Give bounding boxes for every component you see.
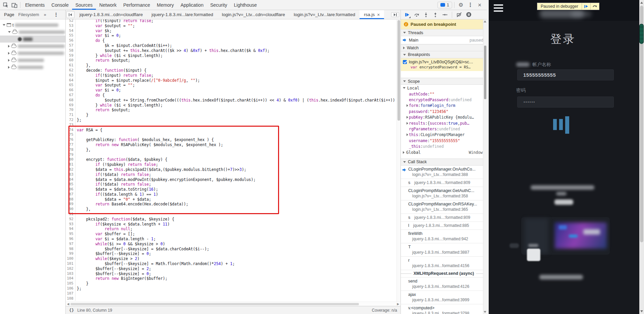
- caret-right-icon[interactable]: [407, 133, 408, 136]
- show-navigator-icon[interactable]: [66, 11, 74, 18]
- call-stack-frame[interactable]: ajaxjquery-1.8.3.mi...formatted:3999: [401, 291, 487, 304]
- page-resume-button[interactable]: [582, 3, 590, 10]
- line-number[interactable]: 71: [66, 113, 75, 118]
- line-number[interactable]: 70: [66, 108, 75, 113]
- frame-location[interactable]: jquery-1.8.3.mi...:formatted:809: [410, 180, 470, 185]
- line-number[interactable]: 88: [66, 197, 75, 202]
- caret-right-icon[interactable]: [407, 122, 408, 125]
- scope-property[interactable]: rgParameters: undefined: [401, 126, 487, 132]
- line-number[interactable]: 102: [66, 266, 75, 271]
- code-viewport[interactable]: 52 if(!$input) return false;53 var $outp…: [66, 19, 400, 302]
- editor-vertical-scrollbar[interactable]: [396, 19, 400, 302]
- scroll-right-icon[interactable]: ▶: [396, 302, 400, 306]
- file-tree-item[interactable]: [0, 43, 65, 50]
- more-tabs-icon[interactable]: [391, 12, 399, 17]
- caret-right-icon[interactable]: [8, 66, 10, 69]
- line-number[interactable]: 87: [66, 192, 75, 197]
- account-input[interactable]: 15555555555: [517, 69, 614, 80]
- resume-script-button[interactable]: [404, 11, 411, 18]
- thread-item[interactable]: Mainpaused: [401, 36, 487, 44]
- panel-tab-elements[interactable]: Elements: [22, 0, 48, 10]
- scope-property[interactable]: _this: undefined: [401, 144, 487, 149]
- line-number[interactable]: 89: [66, 202, 75, 207]
- line-number[interactable]: 104: [66, 276, 75, 281]
- line-number[interactable]: 97: [66, 242, 75, 247]
- file-tab[interactable]: jquery-1.8.3.mi...lare:formatted: [147, 10, 218, 19]
- scroll-down-icon[interactable]: [640, 310, 643, 312]
- deactivate-breakpoints-button[interactable]: [455, 11, 463, 18]
- scope-local-row[interactable]: Local: [401, 85, 487, 91]
- frame-location[interactable]: login.js?v=_Ltv...:formatted:388: [401, 172, 487, 177]
- panel-tab-memory[interactable]: Memory: [154, 0, 177, 10]
- frame-location[interactable]: jquery-1.8.3.mi...formatted:4126: [401, 284, 487, 289]
- caret-right-icon[interactable]: [8, 45, 10, 48]
- section-watch[interactable]: Watch: [401, 44, 487, 51]
- line-number[interactable]: 77: [66, 142, 75, 147]
- line-number[interactable]: 60: [66, 58, 75, 63]
- call-stack-frame[interactable]: sjquery-1.8.3.mi...:formatted:809: [401, 179, 487, 187]
- pretty-print-icon[interactable]: {}: [69, 308, 74, 313]
- scope-property[interactable]: form: form#login_form: [401, 103, 487, 109]
- line-number[interactable]: 98: [66, 247, 75, 252]
- settings-gear-icon[interactable]: ⚙: [457, 1, 465, 9]
- sidebar-scrollbar[interactable]: [483, 19, 487, 314]
- file-tree-item[interactable]: [0, 57, 65, 64]
- step-out-button[interactable]: [432, 11, 439, 18]
- scope-property[interactable]: password: "123456": [401, 109, 487, 114]
- panel-tab-console[interactable]: Console: [48, 0, 72, 10]
- frame-location[interactable]: login.js?v=_Ltv...:formatted:358: [401, 194, 487, 198]
- line-number[interactable]: 58: [66, 48, 75, 53]
- line-number[interactable]: 54: [66, 28, 75, 34]
- issues-counter-button[interactable]: 1: [437, 2, 452, 8]
- line-number[interactable]: 83: [66, 172, 75, 177]
- editor-horizontal-scrollbar[interactable]: ◀ ▶: [66, 302, 400, 306]
- line-number[interactable]: 92: [66, 217, 75, 222]
- call-stack-frame[interactable]: ljquery-1.8.3.mi...:formatted:885: [401, 222, 487, 230]
- device-toolbar-icon[interactable]: [10, 1, 19, 9]
- page-step-over-button[interactable]: [590, 3, 599, 10]
- call-stack-frame[interactable]: v.<computed>jquery-1.8.3.mi...formatted:…: [401, 304, 487, 314]
- navigator-tab-page[interactable]: Page: [0, 12, 14, 17]
- line-number[interactable]: 79: [66, 152, 75, 158]
- frame-location[interactable]: jquery-1.8.3.mi...formatted:4156: [401, 263, 487, 268]
- scope-property[interactable]: this: CLoginPromptManager: [401, 132, 487, 138]
- line-number[interactable]: 74: [66, 128, 75, 133]
- line-number[interactable]: 69: [66, 103, 75, 108]
- close-tab-icon[interactable]: ×: [377, 12, 380, 17]
- file-tree-item[interactable]: [0, 50, 65, 57]
- section-threads[interactable]: Threads: [401, 29, 487, 36]
- line-number[interactable]: 106: [66, 286, 75, 291]
- panel-tab-security[interactable]: Security: [207, 0, 231, 10]
- line-number[interactable]: 59: [66, 53, 75, 58]
- file-tab[interactable]: login.js?v=_Ltv...lare:formatted: [289, 10, 360, 19]
- frame-location[interactable]: jquery-1.8.3.mi...:formatted:942: [401, 237, 487, 241]
- caret-right-icon[interactable]: [8, 59, 10, 62]
- line-number[interactable]: 64: [66, 78, 75, 83]
- scroll-up-icon[interactable]: [640, 2, 643, 4]
- panel-tab-lighthouse[interactable]: Lighthouse: [230, 0, 260, 10]
- caret-down-icon[interactable]: [8, 31, 11, 33]
- redacted-button[interactable]: [554, 199, 573, 205]
- line-number[interactable]: 73: [66, 123, 75, 128]
- line-number[interactable]: 99: [66, 251, 75, 256]
- call-stack-frame[interactable]: CLoginPromptManager.GetAuthC...login.js?…: [401, 187, 487, 200]
- line-number[interactable]: 53: [66, 23, 75, 28]
- caret-down-icon[interactable]: [3, 24, 5, 26]
- file-tree-item[interactable]: t: [0, 21, 65, 28]
- scope-property[interactable]: authCode: "": [401, 91, 487, 97]
- scope-global-row[interactable]: Global Window: [401, 149, 487, 156]
- line-number[interactable]: 75: [66, 132, 75, 137]
- line-number[interactable]: 66: [66, 88, 75, 93]
- more-options-icon[interactable]: ⋮: [466, 1, 475, 9]
- scope-property[interactable]: results: {success: true, pub…: [401, 120, 487, 126]
- call-stack-frame[interactable]: rjquery-1.8.3.mi...formatted:4156: [401, 257, 487, 270]
- line-number[interactable]: 103: [66, 271, 75, 276]
- pause-on-exceptions-button[interactable]: [465, 11, 472, 18]
- call-stack-frame[interactable]: sendjquery-1.8.3.mi...formatted:4126: [401, 277, 487, 291]
- sidebar-scroll-thumb[interactable]: [484, 46, 486, 99]
- call-stack-frame[interactable]: CLoginPromptManager.OnAuthCo...login.js?…: [401, 166, 487, 179]
- extension-widget[interactable]: [639, 24, 644, 44]
- line-number[interactable]: 101: [66, 261, 75, 266]
- file-tree-item[interactable]: [0, 36, 65, 43]
- line-number[interactable]: 84: [66, 177, 75, 182]
